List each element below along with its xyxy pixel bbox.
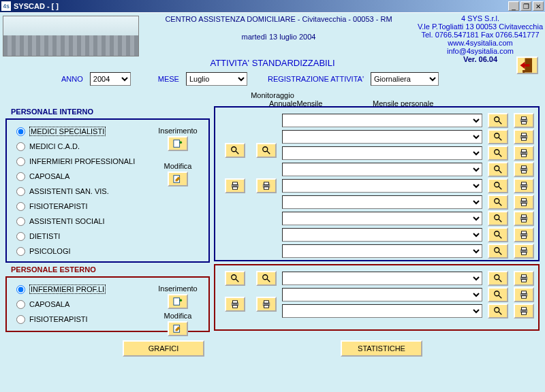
- esterno-role-radio[interactable]: [16, 285, 25, 294]
- exit-button[interactable]: [516, 56, 538, 74]
- svg-rect-46: [174, 298, 180, 306]
- esterno-row-print-button[interactable]: [514, 304, 534, 318]
- interno-row-view-button[interactable]: [488, 244, 508, 259]
- interno-person-select[interactable]: [282, 244, 482, 258]
- esterno-row-print-button[interactable]: [514, 287, 534, 302]
- annuale-view-button[interactable]: [225, 143, 245, 158]
- interno-person-select[interactable]: [282, 114, 482, 127]
- magnifier-icon: [493, 246, 503, 256]
- interno-role-radio[interactable]: [16, 157, 25, 166]
- interno-person-select[interactable]: [282, 212, 482, 225]
- interno-role-radio[interactable]: [16, 142, 25, 151]
- interno-row-print-button[interactable]: [514, 146, 534, 161]
- esterno-row-view-button[interactable]: [488, 287, 508, 302]
- esterno-modifica-button[interactable]: [168, 321, 188, 336]
- interno-row-view-button[interactable]: [488, 146, 508, 161]
- esterno-person-select[interactable]: [282, 288, 482, 301]
- esterno-role-row[interactable]: FISIOTERAPISTI: [11, 312, 151, 327]
- esterno-person-select[interactable]: [282, 272, 482, 285]
- esterno-row-view-button[interactable]: [488, 304, 508, 318]
- interno-row-view-button[interactable]: [488, 211, 508, 226]
- svg-rect-12: [522, 117, 527, 120]
- interno-row-print-button[interactable]: [514, 162, 534, 177]
- interno-row-view-button[interactable]: [488, 113, 508, 128]
- interno-row-view-button[interactable]: [488, 195, 508, 210]
- header-org-line: CENTRO ASSISTENZA DOMICILIARE - Civitave…: [142, 15, 416, 23]
- statistiche-button[interactable]: STATISTICHE: [341, 340, 422, 357]
- anno-select[interactable]: 2004: [90, 72, 131, 86]
- svg-point-56: [495, 275, 499, 280]
- interno-person-select[interactable]: [282, 130, 482, 144]
- svg-rect-0: [174, 140, 180, 148]
- restore-button[interactable]: ❐: [520, 1, 531, 11]
- esterno-annuale-view-button[interactable]: [225, 271, 245, 286]
- esterno-role-radio[interactable]: [16, 300, 25, 309]
- interno-row-view-button[interactable]: [488, 178, 508, 193]
- interno-role-label: ASSISTENTI SOCIALI: [29, 217, 105, 225]
- interno-person-select[interactable]: [282, 146, 482, 160]
- interno-row-view-button[interactable]: [488, 227, 508, 242]
- minimize-button[interactable]: _: [508, 1, 519, 11]
- interno-inserimento-button[interactable]: [168, 136, 188, 151]
- svg-rect-45: [522, 252, 527, 255]
- interno-row-print-button[interactable]: [514, 129, 534, 144]
- interno-modifica-button[interactable]: [168, 172, 188, 186]
- interno-role-row[interactable]: ASSISTENTI SAN. VIS.: [11, 184, 151, 199]
- interno-person-select[interactable]: [282, 195, 482, 209]
- grafici-button[interactable]: GRAFICI: [123, 340, 204, 357]
- mensile-print-button[interactable]: [256, 178, 277, 193]
- svg-rect-66: [522, 308, 527, 310]
- interno-role-radio[interactable]: [16, 247, 25, 256]
- mese-select[interactable]: Luglio: [186, 72, 247, 86]
- esterno-row-view-button[interactable]: [488, 271, 508, 286]
- svg-rect-50: [233, 301, 238, 304]
- interno-row-print-button[interactable]: [514, 195, 534, 210]
- interno-person-select[interactable]: [282, 179, 482, 193]
- interno-person-select[interactable]: [282, 228, 482, 242]
- interno-row-view-button[interactable]: [488, 162, 508, 177]
- magnifier-icon: [493, 165, 503, 174]
- printer-icon: [519, 214, 529, 223]
- interno-row-view-button[interactable]: [488, 129, 508, 144]
- esterno-role-radio[interactable]: [16, 315, 25, 324]
- esterno-inserimento-button[interactable]: [168, 294, 188, 309]
- magnifier-icon: [493, 197, 503, 207]
- interno-role-label: CAPOSALA: [29, 172, 69, 180]
- esterno-role-row[interactable]: CAPOSALA: [11, 297, 151, 312]
- printer-icon: [519, 230, 529, 240]
- interno-row-print-button[interactable]: [514, 211, 534, 226]
- interno-role-radio[interactable]: [16, 187, 25, 196]
- interno-row-print-button[interactable]: [514, 178, 534, 193]
- interno-role-row[interactable]: MEDICI C.A.D.: [11, 139, 151, 154]
- interno-panel: MEDICI SPECIALISTIMEDICI C.A.D.INFERMIER…: [5, 118, 210, 263]
- esterno-mensile-view-button[interactable]: [256, 271, 277, 286]
- registrazione-select[interactable]: Giornaliera: [371, 72, 439, 86]
- interno-role-row[interactable]: ASSISTENTI SOCIALI: [11, 214, 151, 229]
- interno-row-print-button[interactable]: [514, 113, 534, 128]
- interno-role-row[interactable]: FISIOTERAPISTI: [11, 199, 151, 214]
- interno-role-row[interactable]: DIETISTI: [11, 229, 151, 244]
- interno-role-row[interactable]: PSICOLOGI: [11, 244, 151, 259]
- close-window-button[interactable]: ✕: [533, 1, 544, 11]
- svg-point-10: [495, 117, 499, 122]
- interno-role-radio[interactable]: [16, 232, 25, 241]
- interno-role-row[interactable]: MEDICI SPECIALISTI: [11, 124, 151, 139]
- interno-row-print-button[interactable]: [514, 227, 534, 242]
- interno-row-print-button[interactable]: [514, 244, 534, 259]
- svg-rect-17: [522, 138, 527, 141]
- interno-role-radio[interactable]: [16, 202, 25, 211]
- esterno-person-select[interactable]: [282, 304, 482, 318]
- esterno-mensile-print-button[interactable]: [256, 297, 277, 312]
- interno-person-select[interactable]: [282, 163, 482, 176]
- mensile-view-button[interactable]: [256, 143, 277, 158]
- interno-monitor-row: [282, 178, 534, 193]
- esterno-row-print-button[interactable]: [514, 271, 534, 286]
- interno-role-row[interactable]: CAPOSALA: [11, 169, 151, 184]
- interno-role-radio[interactable]: [16, 172, 25, 181]
- esterno-role-row[interactable]: INFERMIERI PROF.LI: [11, 282, 151, 297]
- interno-role-row[interactable]: INFERMIERI PROFESSIONALI: [11, 154, 151, 169]
- esterno-annuale-print-button[interactable]: [225, 297, 245, 312]
- interno-role-radio[interactable]: [16, 127, 25, 136]
- interno-role-radio[interactable]: [16, 217, 25, 226]
- annuale-print-button[interactable]: [225, 178, 245, 193]
